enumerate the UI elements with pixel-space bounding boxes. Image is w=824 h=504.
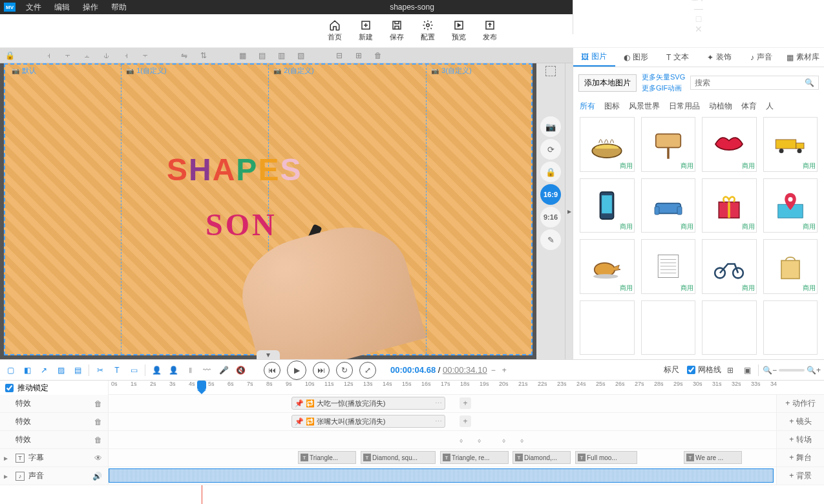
lock-icon[interactable]: 🔒 — [0, 51, 19, 60]
asset-papers[interactable]: 商用 — [641, 239, 696, 294]
cat-scenery[interactable]: 风景世界 — [629, 101, 660, 112]
tool-cut-icon[interactable]: ✂ — [92, 362, 108, 378]
zoom-in-time[interactable]: + — [500, 366, 509, 375]
keyframe[interactable]: ⬨ — [520, 436, 529, 445]
tab-image[interactable]: 🖼 图片 — [573, 48, 615, 67]
ratio-9-16[interactable]: 9:16 — [540, 207, 561, 227]
send-backward-icon[interactable]: ▥ — [271, 51, 291, 60]
asset-signboard[interactable]: 商用 — [641, 117, 696, 172]
trash-icon[interactable]: 🗑 — [92, 436, 104, 445]
clip-menu-icon[interactable]: ⋯ — [435, 399, 442, 408]
tool-wave-icon[interactable]: 〰 — [199, 362, 215, 378]
send-back-icon[interactable]: ▧ — [291, 51, 310, 60]
menu-edit[interactable]: 编辑 — [48, 2, 76, 13]
track-body[interactable]: ⬨⬨⬨⬨ — [109, 431, 776, 448]
tool-frame-icon[interactable]: ◧ — [19, 362, 35, 378]
align-left-icon[interactable]: ⫞ — [39, 51, 58, 60]
align-right-icon[interactable]: ⫠ — [78, 51, 97, 60]
asset-gift[interactable]: 商用 — [702, 178, 757, 233]
minimize-button[interactable]: — — [689, 3, 708, 14]
asset-item-16[interactable] — [763, 300, 818, 355]
subtitle-clip[interactable]: TTriangle, re... — [440, 451, 509, 464]
cat-people[interactable]: 人 — [766, 101, 774, 112]
tool-export-icon[interactable]: ↗ — [36, 362, 52, 378]
play-button[interactable]: ▶ — [287, 361, 306, 380]
keyframe[interactable]: ⬨ — [459, 436, 468, 445]
group-icon[interactable]: ⊞ — [349, 51, 368, 60]
zoom-out-icon[interactable]: 🔍− — [762, 362, 777, 378]
time-ruler[interactable]: 0s1s2s3s4s5s6s7s8s9s10s11s12s13s14s15s16… — [109, 381, 824, 395]
more-gif-link[interactable]: 更多GIF动画 — [642, 83, 685, 93]
tool-person2-icon[interactable]: 👤 — [165, 362, 181, 378]
maximize-button[interactable]: □ — [689, 14, 708, 24]
tool-text-icon[interactable]: T — [109, 362, 125, 378]
cat-daily[interactable]: 日常用品 — [669, 101, 700, 112]
asset-truck[interactable]: 商用 — [763, 117, 818, 172]
grid-checkbox[interactable]: 网格线 — [687, 364, 721, 375]
panel-collapse-handle[interactable]: ▾ — [257, 350, 280, 359]
tool-eq-icon[interactable]: ⫴ — [182, 362, 198, 378]
zoom-in-icon[interactable]: 🔍+ — [806, 362, 821, 378]
align-top-icon[interactable]: ⫝ — [97, 51, 116, 60]
asset-bag[interactable]: 商用 — [763, 239, 818, 294]
tab-text[interactable]: T 文本 — [657, 48, 699, 67]
canvas-stage[interactable]: 默认 1(自定义) 2(自定义) 3(自定义) SHAPES SON — [4, 63, 533, 355]
asset-sofa[interactable]: 商用 — [641, 178, 696, 233]
keyframe[interactable]: ⬨ — [502, 436, 511, 445]
timeline-lock[interactable]: 推动锁定 — [0, 381, 109, 395]
ungroup-icon[interactable]: ⊟ — [330, 51, 349, 60]
prev-frame-button[interactable]: ⏮ — [264, 362, 280, 379]
add-track-button[interactable]: + 舞台 — [776, 449, 824, 467]
delete-icon[interactable]: 🗑 — [368, 51, 388, 60]
tab-library[interactable]: ▦ 素材库 — [782, 48, 824, 67]
track-body[interactable]: 📌🔁张嘴大叫(播放完消失)⋯+ — [109, 413, 776, 430]
tool-grid-icon[interactable]: ▨ — [53, 362, 69, 378]
subtitle-clip[interactable]: TFull moo... — [575, 451, 637, 464]
canvas-text-shapes[interactable]: SHAPES — [167, 152, 302, 187]
asset-map-pin[interactable]: 商用 — [763, 178, 818, 233]
tab-shape[interactable]: ◐ 图形 — [615, 48, 657, 67]
cat-sports[interactable]: 体育 — [741, 101, 757, 112]
close-button[interactable]: ✕ — [689, 24, 708, 34]
camera-default[interactable]: 默认 — [12, 66, 36, 76]
cat-all[interactable]: 所有 — [580, 101, 595, 112]
track-body[interactable]: 📌🔁大吃一惊(播放完消失)⋯+ — [109, 395, 776, 412]
push-lock-checkbox[interactable] — [5, 384, 14, 392]
loop-button[interactable]: ↻ — [336, 362, 353, 379]
tool-person-icon[interactable]: 👤 — [149, 362, 164, 378]
search-box[interactable]: 🔍 — [690, 76, 819, 90]
align-bottom-icon[interactable]: ⫟ — [136, 51, 155, 60]
add-track-button[interactable]: + 镜头 — [776, 413, 824, 430]
snap-icon[interactable]: ⊞ — [723, 362, 738, 378]
tool-camera-icon[interactable]: ▢ — [3, 362, 18, 378]
keyframe[interactable]: ⬨ — [477, 436, 486, 445]
cat-nature[interactable]: 动植物 — [709, 101, 732, 112]
track-expand-icon[interactable]: ▸ — [4, 454, 12, 463]
add-local-image-button[interactable]: 添加本地图片 — [578, 74, 637, 92]
camera-1[interactable]: 1(自定义) — [126, 66, 166, 76]
new-button[interactable]: 新建 — [359, 19, 373, 42]
eye-icon[interactable]: 👁 — [92, 454, 104, 463]
asset-item-13[interactable] — [580, 300, 635, 355]
preview-button[interactable]: 预览 — [452, 19, 466, 42]
subtitle-clip[interactable]: TWe are ... — [684, 451, 742, 464]
tab-sound[interactable]: ♪ 声音 — [741, 48, 783, 67]
clip-menu-icon[interactable]: ⋯ — [435, 417, 442, 426]
add-track-button[interactable]: + 动作行 — [776, 395, 824, 412]
trash-icon[interactable]: 🗑 — [92, 399, 104, 408]
search-icon[interactable]: 🔍 — [805, 78, 814, 87]
tool-mute-icon[interactable]: 🔇 — [233, 362, 248, 378]
tool-layers-icon[interactable]: ▤ — [70, 362, 85, 378]
track-body[interactable] — [109, 467, 776, 485]
tool-rect-icon[interactable]: ▭ — [126, 362, 142, 378]
more-svg-link[interactable]: 更多矢量SVG — [642, 72, 685, 82]
cat-icons[interactable]: 图标 — [604, 101, 620, 112]
align-center-h-icon[interactable]: ⫟ — [58, 51, 78, 60]
zoom-out-time[interactable]: − — [489, 366, 498, 375]
asset-chicken[interactable]: 商用 — [580, 239, 635, 294]
asset-phone[interactable]: 商用 — [580, 178, 635, 233]
track-expand-icon[interactable]: ▸ — [4, 472, 12, 481]
clip[interactable]: 📌🔁大吃一惊(播放完消失)⋯ — [291, 397, 445, 410]
zoom-slider[interactable] — [779, 369, 805, 372]
add-track-button[interactable]: + 转场 — [776, 431, 824, 448]
